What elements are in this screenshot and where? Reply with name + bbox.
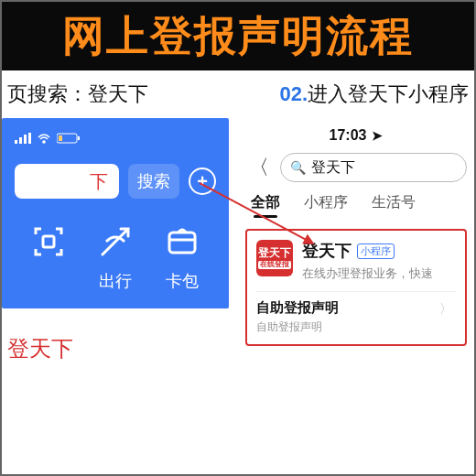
search-button[interactable]: 搜索 — [128, 164, 179, 199]
right-screenshot: 17:03 ➤ 〈 🔍 登天下 全部 小程序 生活号 登天下 在线登报 — [229, 118, 474, 363]
wifi-icon — [37, 131, 51, 147]
card-icon-item[interactable]: 卡包 — [163, 222, 201, 292]
app-icon: 登天下 在线登报 — [256, 240, 293, 276]
signal-icon — [15, 131, 31, 147]
battery-icon — [57, 131, 81, 147]
card-label: 卡包 — [166, 270, 199, 292]
search-field[interactable]: 🔍 登天下 — [280, 153, 467, 182]
miniprogram-badge: 小程序 — [357, 243, 395, 259]
result-info: 登天下 小程序 在线办理登报业务，快速 — [302, 240, 456, 282]
scan-icon — [29, 222, 68, 261]
status-bar — [15, 131, 216, 147]
tab-all[interactable]: 全部 — [251, 193, 280, 212]
phone-status-bar: 17:03 ➤ — [245, 127, 467, 144]
search-icon: 🔍 — [290, 160, 306, 175]
left-screenshot: 下 搜索 + 出行 卡包 登天下 — [2, 118, 229, 363]
svg-rect-2 — [24, 135, 27, 144]
result-subitem[interactable]: 自助登报声明 自助登报声明 〉 — [256, 291, 456, 339]
step-2: 02.进入登天下小程序 — [279, 81, 469, 108]
banner-title: 网上登报声明流程 — [62, 8, 414, 65]
svg-rect-8 — [43, 236, 54, 247]
highlight-text: 登天下 — [2, 334, 229, 363]
search-input[interactable]: 下 — [15, 164, 119, 199]
svg-rect-1 — [19, 137, 22, 144]
location-icon: ➤ — [372, 128, 383, 143]
app-icon-line1: 登天下 — [258, 247, 291, 259]
travel-icon — [96, 222, 135, 261]
title-banner: 网上登报声明流程 — [2, 2, 474, 70]
subitem-subtitle: 自助登报声明 — [256, 319, 456, 335]
search-value: 登天下 — [311, 158, 355, 178]
filter-tabs: 全部 小程序 生活号 — [245, 193, 467, 212]
search-row: 〈 🔍 登天下 — [245, 153, 467, 182]
travel-label: 出行 — [99, 270, 132, 292]
svg-point-4 — [43, 141, 46, 144]
svg-rect-3 — [28, 133, 31, 144]
card-icon — [163, 222, 201, 261]
chevron-right-icon: 〉 — [439, 301, 452, 318]
status-time: 17:03 — [330, 127, 367, 144]
tab-miniprogram[interactable]: 小程序 — [304, 193, 348, 212]
travel-icon-item[interactable]: 出行 — [96, 222, 135, 292]
result-subtitle: 在线办理登报业务，快速 — [302, 265, 456, 282]
step-1: 页搜索：登天下 — [7, 81, 279, 108]
step-2-text: 进入登天下小程序 — [308, 82, 469, 105]
result-highlight-box: 登天下 在线登报 登天下 小程序 在线办理登报业务，快速 自助登报声明 自助登报… — [245, 229, 467, 346]
svg-rect-7 — [59, 135, 62, 141]
svg-rect-6 — [78, 136, 80, 140]
search-bar: 下 搜索 + — [15, 164, 216, 199]
scan-icon-item[interactable] — [29, 222, 68, 292]
quick-icons-row: 出行 卡包 — [15, 222, 216, 292]
step-2-num: 02. — [279, 82, 308, 105]
result-card[interactable]: 登天下 在线登报 登天下 小程序 在线办理登报业务，快速 — [256, 240, 456, 282]
step-1-text: 页搜索：登天下 — [7, 82, 148, 105]
back-button[interactable]: 〈 — [245, 154, 273, 181]
subitem-title: 自助登报声明 — [256, 299, 456, 317]
svg-rect-9 — [169, 233, 195, 253]
svg-rect-0 — [15, 140, 17, 144]
app-icon-line2: 在线登报 — [258, 261, 291, 269]
tab-life[interactable]: 生活号 — [372, 193, 416, 212]
steps-row: 页搜索：登天下 02.进入登天下小程序 — [2, 70, 474, 118]
alipay-home-panel: 下 搜索 + 出行 卡包 — [2, 118, 229, 308]
